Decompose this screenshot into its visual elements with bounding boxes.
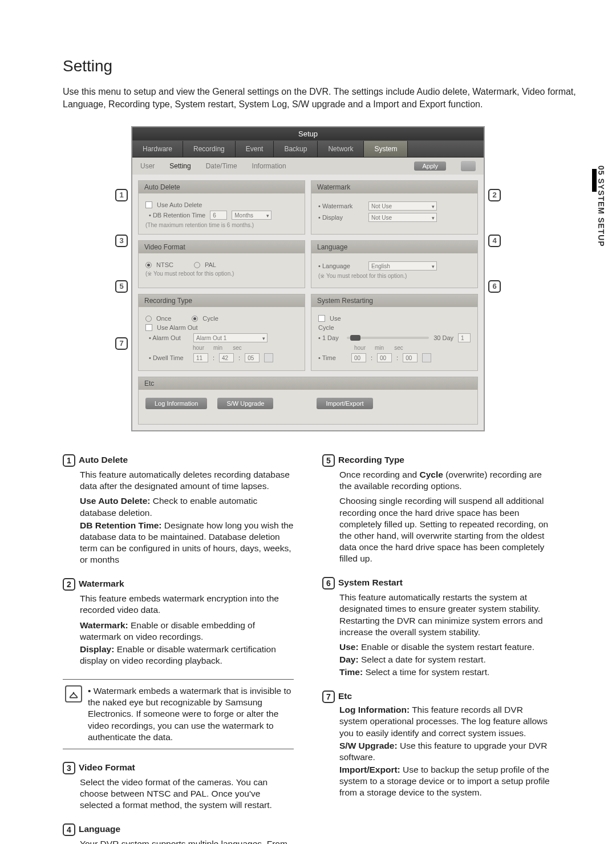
video-format-note: (※ You must reboot for this option.): [145, 270, 298, 277]
db-retention-unit-dropdown[interactable]: Months: [232, 211, 271, 220]
note-icon: [65, 685, 82, 702]
watermark-dropdown[interactable]: Not Use: [368, 201, 437, 211]
callout-7: 7: [115, 337, 128, 350]
panel-video-format: Video Format NTSC PAL (※ You must reboot…: [138, 240, 305, 288]
exit-icon[interactable]: [461, 161, 476, 171]
description-columns: 1Auto Delete This feature automatically …: [63, 454, 553, 844]
hour-header: hour: [190, 345, 207, 351]
dwell-spinner[interactable]: [264, 353, 273, 362]
ntsc-radio[interactable]: [145, 262, 152, 268]
callout-2: 2: [488, 189, 501, 201]
dwell-time-label: • Dwell Time: [149, 354, 189, 361]
section-heading: Setting: [63, 57, 599, 75]
min-header: min: [209, 345, 226, 351]
panel-head: Etc: [139, 377, 477, 390]
desc-language: 4Language Your DVR system supports multi…: [63, 823, 294, 844]
window-title: Setup: [132, 127, 484, 141]
sec-header: sec: [229, 345, 246, 351]
apply-button[interactable]: Apply: [414, 161, 446, 171]
panel-language: Language • Language English (※ You must …: [311, 240, 478, 288]
language-note: (※ You must reboot for this option.): [318, 273, 471, 279]
panel-head: Watermark: [311, 181, 477, 193]
restart-time-label: • Time: [318, 354, 347, 361]
slider-right-label: 30 Day: [433, 334, 453, 341]
watermark-label: • Watermark: [318, 203, 364, 209]
subtab-information[interactable]: Information: [252, 162, 286, 170]
restart-cycle-label: Cycle: [318, 324, 334, 331]
desc-system-restart: 6System Restart This feature automatical…: [322, 577, 553, 678]
panel-watermark: Watermark • Watermark Not Use • Display …: [311, 180, 478, 235]
db-retention-value[interactable]: 6: [210, 211, 227, 220]
log-information-button[interactable]: Log Information: [145, 398, 207, 409]
display-dropdown[interactable]: Not Use: [368, 213, 437, 222]
panel-head: Recording Type: [139, 294, 305, 307]
restart-use-checkbox[interactable]: [318, 315, 325, 322]
sub-tabs: User Setting Date/Time Information Apply: [132, 158, 484, 175]
restart-sec-input[interactable]: 00: [403, 353, 418, 362]
pal-radio[interactable]: [194, 262, 200, 268]
use-auto-delete-label: Use Auto Delete: [157, 201, 202, 208]
tab-system[interactable]: System: [364, 141, 408, 157]
desc-etc: 7Etc Log Information: This feature recor…: [322, 690, 553, 798]
subtab-user[interactable]: User: [140, 162, 155, 170]
db-retention-label: • DB Retention Time: [149, 212, 205, 219]
tab-network[interactable]: Network: [318, 141, 364, 157]
cycle-radio[interactable]: [192, 316, 198, 322]
rhour-header: hour: [351, 345, 368, 351]
intro-paragraph: Use this menu to setup and view the Gene…: [63, 86, 576, 110]
restart-hour-input[interactable]: 00: [351, 353, 366, 362]
subtab-datetime[interactable]: Date/Time: [206, 162, 237, 170]
panel-system-restart: System Restarting Use Cycle • 1 Day 30 D…: [311, 294, 478, 371]
once-radio[interactable]: [145, 316, 152, 322]
restart-use-label: Use: [330, 315, 341, 322]
cycle-label: Cycle: [202, 315, 218, 322]
import-export-button[interactable]: Import/Export: [317, 398, 372, 409]
side-chapter-tab: 05 SYSTEM SETUP: [592, 165, 606, 247]
panel-auto-delete: Auto Delete Use Auto Delete • DB Retenti…: [138, 180, 305, 235]
callout-5: 5: [115, 280, 128, 293]
tab-backup[interactable]: Backup: [274, 141, 318, 157]
panel-head: Auto Delete: [139, 181, 305, 193]
use-alarm-out-checkbox[interactable]: [145, 324, 152, 331]
rmin-header: min: [371, 345, 388, 351]
restart-spinner[interactable]: [422, 353, 431, 362]
note-text: • Watermark embeds a watermark that is i…: [88, 685, 291, 743]
tab-hardware[interactable]: Hardware: [132, 141, 183, 157]
callout-6: 6: [488, 280, 501, 293]
ntsc-label: NTSC: [156, 261, 173, 268]
setup-window: 1 2 3 4 5 6 7 Setup Hardware Recording E…: [131, 126, 485, 431]
desc-auto-delete: 1Auto Delete This feature automatically …: [63, 454, 294, 566]
language-label: • Language: [318, 263, 364, 269]
left-column: 1Auto Delete This feature automatically …: [63, 454, 294, 844]
sw-upgrade-button[interactable]: S/W Upgrade: [217, 398, 273, 409]
desc-recording-type: 5Recording Type Once recording and Cycle…: [322, 454, 553, 564]
tab-recording[interactable]: Recording: [183, 141, 236, 157]
language-dropdown[interactable]: English: [368, 261, 437, 270]
watermark-note-box: • Watermark embeds a watermark that is i…: [63, 679, 294, 749]
use-alarm-out-label: Use Alarm Out: [157, 324, 198, 331]
desc-watermark: 2Watermark This feature embeds watermark…: [63, 578, 294, 667]
restart-day-slider[interactable]: [347, 337, 429, 339]
dwell-min-input[interactable]: 42: [219, 353, 234, 362]
panel-head: Video Format: [139, 241, 305, 253]
pal-label: PAL: [205, 261, 216, 268]
auto-delete-note: (The maximum retention time is 6 months.…: [145, 222, 298, 228]
alarm-out-dropdown[interactable]: Alarm Out 1: [193, 333, 268, 342]
panel-head: Language: [311, 241, 477, 253]
restart-day-value[interactable]: 1: [458, 333, 471, 342]
slider-left-label: • 1 Day: [318, 334, 342, 341]
rsec-header: sec: [390, 345, 407, 351]
right-column: 5Recording Type Once recording and Cycle…: [322, 454, 553, 844]
desc-video-format: 3Video Format Select the video format of…: [63, 762, 294, 811]
callout-1: 1: [115, 189, 128, 201]
callout-3: 3: [115, 235, 128, 247]
dwell-sec-input[interactable]: 05: [245, 353, 260, 362]
use-auto-delete-checkbox[interactable]: [145, 201, 152, 208]
subtab-setting[interactable]: Setting: [169, 162, 191, 170]
once-label: Once: [156, 315, 171, 322]
tab-event[interactable]: Event: [236, 141, 274, 157]
panel-head: System Restarting: [311, 294, 477, 307]
restart-min-input[interactable]: 00: [377, 353, 392, 362]
dwell-hour-input[interactable]: 11: [193, 353, 208, 362]
main-tabs: Hardware Recording Event Backup Network …: [132, 141, 484, 158]
